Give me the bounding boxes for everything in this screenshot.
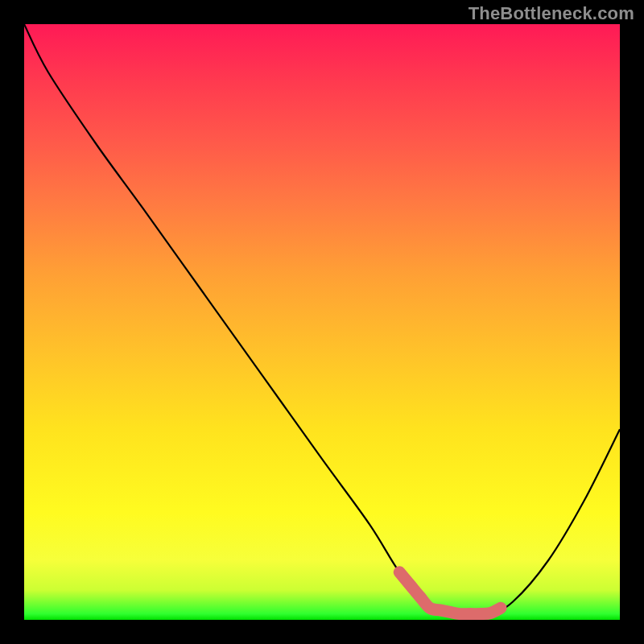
- watermark: TheBottleneck.com: [469, 3, 634, 24]
- plot-area: [24, 24, 620, 620]
- chart-frame: TheBottleneck.com: [0, 0, 644, 644]
- curve-svg: [24, 24, 620, 620]
- optimal-range-highlight: [399, 572, 501, 614]
- bottleneck-curve: [24, 24, 620, 615]
